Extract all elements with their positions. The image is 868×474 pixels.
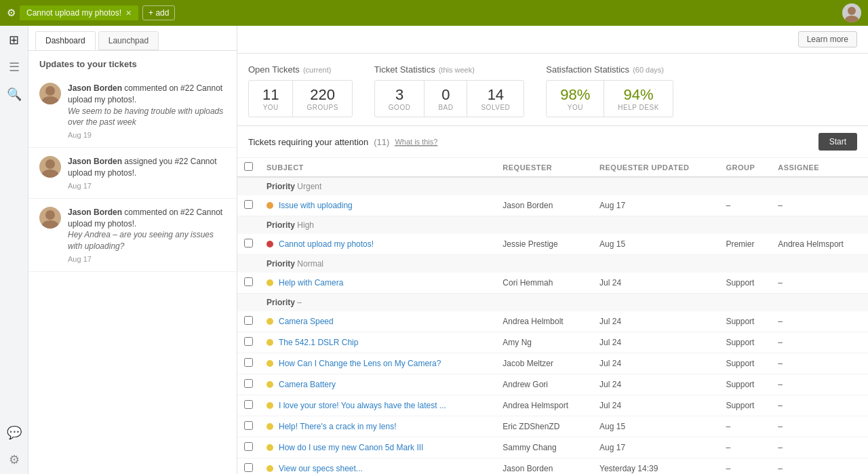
- topbar-right: [842, 3, 861, 22]
- search-icon[interactable]: 🔍: [7, 87, 22, 102]
- row-checkbox[interactable]: [244, 400, 253, 409]
- group-cell: Support: [719, 311, 771, 332]
- chat-icon[interactable]: 💬: [7, 425, 22, 440]
- row-checkbox-cell: [237, 195, 260, 216]
- select-all-checkbox[interactable]: [244, 162, 253, 171]
- active-tab[interactable]: Cannot upload my photos! ✕: [20, 5, 138, 20]
- settings-icon[interactable]: ⚙: [9, 452, 20, 467]
- priority-value: High: [297, 220, 314, 230]
- updated-cell: Jul 24: [593, 273, 719, 294]
- assignee-cell: –: [771, 311, 868, 332]
- row-checkbox[interactable]: [244, 200, 253, 209]
- add-tab-button[interactable]: + add: [142, 5, 175, 20]
- row-checkbox-cell: [237, 273, 260, 294]
- assignee-cell: –: [771, 332, 868, 353]
- table-row: Camera Speed Andrea Helmbolt Jul 24 Supp…: [237, 311, 868, 332]
- row-checkbox[interactable]: [244, 358, 253, 367]
- subject-content: How do I use my new Canon 5d Mark III: [267, 443, 489, 452]
- stat-bad: 0 BAD: [425, 81, 467, 117]
- requester-cell: Andrew Gori: [496, 374, 593, 395]
- row-checkbox[interactable]: [244, 463, 253, 472]
- home-icon[interactable]: ⊞: [9, 33, 19, 47]
- activity-action: commented: [124, 208, 167, 217]
- table-header-row: SUBJECT REQUESTER REQUESTER UPDATED GROU…: [237, 158, 868, 177]
- subject-cell: Help with Camera: [260, 273, 496, 294]
- ticket-subject-link[interactable]: Help! There's a crack in my lens!: [279, 422, 396, 431]
- ticket-subject-link[interactable]: How Can I Change the Lens on My Camera?: [279, 359, 441, 368]
- requester-cell: Jason Borden: [496, 195, 593, 216]
- group-cell: Support: [719, 332, 771, 353]
- priority-dot: [267, 465, 273, 472]
- assignee-cell: –: [771, 195, 868, 216]
- row-checkbox-cell: [237, 234, 260, 255]
- svg-point-1: [845, 16, 859, 22]
- group-cell: –: [719, 437, 771, 458]
- svg-point-5: [42, 170, 58, 178]
- assignee-cell: –: [771, 273, 868, 294]
- what-is-this-link[interactable]: What is this?: [395, 138, 437, 146]
- learn-more-button[interactable]: Learn more: [798, 31, 857, 47]
- group-cell: Support: [719, 374, 771, 395]
- row-checkbox[interactable]: [244, 379, 253, 388]
- satisfaction-stats-title: Satisfaction Statistics: [546, 64, 629, 75]
- subject-content: Issue with uploading: [267, 201, 489, 210]
- ticket-subject-link[interactable]: How do I use my new Canon 5d Mark III: [279, 443, 423, 452]
- updated-cell: Aug 15: [593, 416, 719, 437]
- assignee-cell: –: [771, 374, 868, 395]
- requester-cell: Jacob Meltzer: [496, 353, 593, 374]
- ticket-subject-link[interactable]: Cannot upload my photos!: [279, 239, 374, 249]
- svg-point-4: [45, 159, 55, 169]
- ticket-subject-link[interactable]: The 542.1 DSLR Chip: [279, 338, 358, 347]
- activity-list: Jason Borden commented on #22 Cannot upl…: [28, 75, 237, 474]
- priority-label: Priority: [267, 182, 295, 191]
- priority-label: Priority: [267, 220, 295, 230]
- header-checkbox-cell: [237, 158, 260, 177]
- user-avatar[interactable]: [842, 3, 861, 22]
- header-assignee: ASSIGNEE: [771, 158, 868, 177]
- ticket-subject-link[interactable]: Camera Battery: [279, 380, 336, 389]
- ticket-subject-link[interactable]: Help with Camera: [279, 278, 343, 288]
- table-row: Camera Battery Andrew Gori Jul 24 Suppor…: [237, 374, 868, 395]
- priority-label: Priority: [267, 298, 295, 307]
- ticket-subject-link[interactable]: Issue with uploading: [279, 201, 353, 210]
- subject-content: The 542.1 DSLR Chip: [267, 338, 489, 347]
- group-cell: Support: [719, 273, 771, 294]
- tickets-header-left: Tickets requiring your attention (11) Wh…: [248, 137, 437, 147]
- stat-good: 3 GOOD: [375, 81, 425, 117]
- row-checkbox[interactable]: [244, 421, 253, 430]
- row-checkbox-cell: [237, 311, 260, 332]
- requester-cell: Jason Borden: [496, 458, 593, 474]
- close-tab-button[interactable]: ✕: [125, 9, 132, 18]
- assignee-cell: –: [771, 395, 868, 416]
- table-row: Help! There's a crack in my lens! Eric Z…: [237, 416, 868, 437]
- row-checkbox[interactable]: [244, 239, 253, 248]
- ticket-subject-link[interactable]: View our specs sheet...: [279, 464, 363, 473]
- requester-cell: Eric ZDShenZD: [496, 416, 593, 437]
- subject-cell: How do I use my new Canon 5d Mark III: [260, 437, 496, 458]
- ticket-subject-link[interactable]: Camera Speed: [279, 317, 334, 326]
- ticket-subject-link[interactable]: I love your store! You always have the l…: [279, 401, 446, 410]
- start-button[interactable]: Start: [818, 133, 857, 151]
- requester-cell: Andrea Helmbolt: [496, 311, 593, 332]
- row-checkbox[interactable]: [244, 442, 253, 451]
- row-checkbox[interactable]: [244, 337, 253, 346]
- activity-date: Aug 17: [68, 255, 226, 263]
- header-requester: REQUESTER: [496, 158, 593, 177]
- row-checkbox[interactable]: [244, 277, 253, 286]
- table-row: Help with Camera Cori Hemmah Jul 24 Supp…: [237, 273, 868, 294]
- group-cell: –: [719, 416, 771, 437]
- priority-cell: Priority –: [260, 294, 868, 312]
- satisfaction-you: 98% YOU: [547, 81, 604, 117]
- priority-dot: [267, 423, 273, 430]
- header-group: GROUP: [719, 158, 771, 177]
- tab-dashboard[interactable]: Dashboard: [35, 31, 96, 50]
- ticket-stats-header: Ticket Statistics (this week): [374, 62, 535, 80]
- priority-dot: [267, 381, 273, 388]
- row-checkbox[interactable]: [244, 316, 253, 325]
- requester-cell: Sammy Chang: [496, 437, 593, 458]
- subject-cell: How Can I Change the Lens on My Camera?: [260, 353, 496, 374]
- menu-icon[interactable]: ☰: [9, 60, 20, 75]
- stat-solved: 14 SOLVED: [467, 81, 524, 117]
- tab-launchpad[interactable]: Launchpad: [98, 31, 159, 50]
- requester-cell: Amy Ng: [496, 332, 593, 353]
